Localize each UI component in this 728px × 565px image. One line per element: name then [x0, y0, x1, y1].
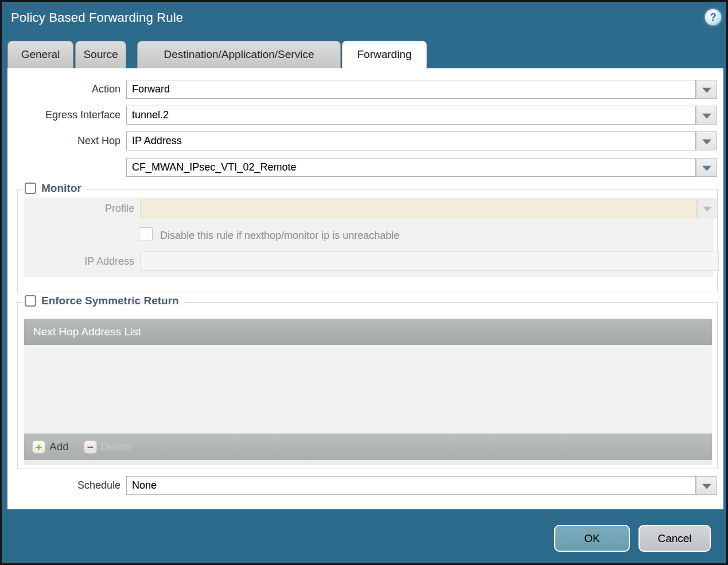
next-hop-address-list-header: Next Hop Address List: [24, 319, 712, 345]
schedule-dropdown-button[interactable]: [696, 476, 717, 495]
forwarding-tab-panel: Action Forward Egress Interface tunnel.2…: [7, 68, 723, 509]
monitor-fieldset: Monitor Profile Disable this rule if nex…: [17, 189, 718, 292]
chevron-down-icon: [702, 165, 711, 171]
next-hop-address-list-body[interactable]: [24, 345, 712, 434]
add-button-label: Add: [49, 440, 69, 453]
chevron-down-icon: [702, 483, 711, 489]
next-hop-select[interactable]: IP Address: [126, 131, 696, 150]
table-bottom-strip: [24, 460, 712, 465]
egress-interface-dropdown-button[interactable]: [696, 106, 717, 125]
next-hop-address-table: Next Hop Address List + Add − Delete: [24, 319, 712, 465]
monitor-checkbox[interactable]: [25, 183, 36, 194]
tab-forwarding[interactable]: Forwarding: [342, 41, 427, 69]
action-select[interactable]: Forward: [126, 80, 696, 99]
profile-label: Profile: [24, 199, 134, 218]
next-hop-label: Next Hop: [7, 131, 120, 150]
schedule-select[interactable]: None: [126, 476, 696, 495]
schedule-label: Schedule: [7, 476, 120, 495]
tab-destination-application-service[interactable]: Destination/Application/Service: [137, 41, 341, 68]
disable-rule-checkbox: [139, 227, 153, 241]
monitor-body: Profile Disable this rule if nexthop/mon…: [24, 198, 714, 277]
add-icon: +: [32, 440, 45, 454]
delete-button-label: Delete: [101, 440, 133, 453]
disable-rule-checkbox-label: Disable this rule if nexthop/monitor ip …: [160, 228, 399, 243]
delete-button: − Delete: [84, 440, 133, 454]
monitor-legend: Monitor: [24, 182, 86, 195]
cancel-button[interactable]: Cancel: [639, 525, 711, 552]
symmetric-return-fieldset: Enforce Symmetric Return Next Hop Addres…: [17, 302, 718, 469]
policy-based-forwarding-dialog: Policy Based Forwarding Rule ? General S…: [0, 0, 728, 565]
next-hop-address-dropdown-button[interactable]: [696, 158, 717, 177]
egress-interface-select[interactable]: tunnel.2: [126, 106, 696, 125]
enforce-symmetric-return-checkbox[interactable]: [25, 295, 36, 307]
monitor-ip-address-input: [140, 251, 719, 271]
next-hop-dropdown-button[interactable]: [696, 131, 717, 150]
tab-source[interactable]: Source: [75, 41, 126, 68]
next-hop-address-select[interactable]: CF_MWAN_IPsec_VTI_02_Remote: [126, 158, 696, 177]
action-label: Action: [7, 80, 120, 99]
chevron-down-icon: [703, 207, 712, 212]
ok-button[interactable]: OK: [554, 525, 630, 552]
symmetric-return-legend: Enforce Symmetric Return: [24, 295, 184, 307]
egress-interface-label: Egress Interface: [7, 106, 120, 125]
symmetric-return-legend-label: Enforce Symmetric Return: [41, 295, 179, 307]
dialog-title: Policy Based Forwarding Rule: [11, 10, 183, 25]
tab-general[interactable]: General: [7, 41, 73, 68]
profile-dropdown-button: [697, 199, 718, 218]
table-toolbar: + Add − Delete: [24, 434, 712, 460]
monitor-ip-address-label: IP Address: [24, 251, 134, 271]
action-dropdown-button[interactable]: [696, 80, 717, 99]
chevron-down-icon: [702, 113, 711, 118]
delete-icon: −: [84, 440, 97, 454]
chevron-down-icon: [702, 139, 711, 144]
chevron-down-icon: [702, 87, 711, 92]
monitor-legend-label: Monitor: [41, 182, 81, 195]
profile-select-disabled: [140, 199, 697, 218]
add-button[interactable]: + Add: [32, 440, 69, 454]
help-icon[interactable]: ?: [705, 9, 721, 25]
